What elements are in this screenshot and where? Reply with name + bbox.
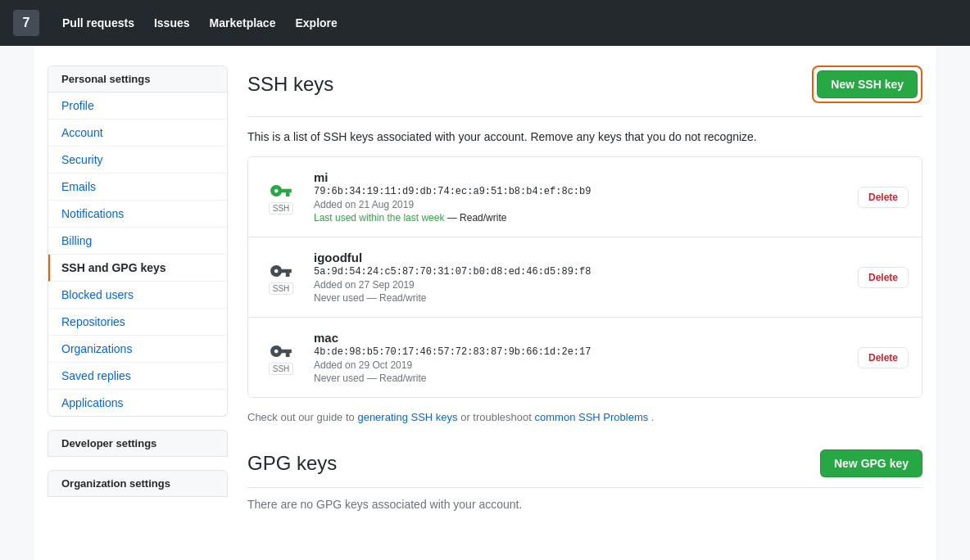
ssh-key-used-suffix-igoodful: — Read/write [367, 292, 427, 304]
ssh-key-icon-wrap-mac: SSH [261, 340, 301, 375]
ssh-key-used-mi: Last used within the last week — Read/wr… [314, 212, 845, 224]
sidebar-item-saved-replies[interactable]: Saved replies [48, 363, 227, 390]
ssh-key-fingerprint-igoodful: 5a:9d:54:24:c5:87:70:31:07:b0:d8:ed:46:d… [314, 266, 845, 278]
ssh-key-fingerprint-mi: 79:6b:34:19:11:d9:db:74:ec:a9:51:b8:b4:e… [314, 186, 845, 197]
ssh-key-used-text-mi: Last used within the last week [314, 212, 444, 224]
ssh-key-item-mi: SSH mi 79:6b:34:19:11:d9:db:74:ec:a9:51:… [248, 157, 922, 237]
issues-link[interactable]: Issues [144, 0, 200, 46]
personal-settings-title: Personal settings [48, 65, 228, 93]
common-ssh-problems-link[interactable]: common SSH Problems [535, 411, 649, 423]
sidebar-item-ssh-gpg[interactable]: SSH and GPG keys [48, 255, 227, 282]
ssh-key-name-mi: mi [314, 170, 845, 184]
ssh-key-icon-wrap-mi: SSH [261, 179, 301, 215]
delete-button-igoodful[interactable]: Delete [858, 267, 909, 288]
key-icon-igoodful [270, 260, 292, 282]
footer-note-suffix: . [651, 411, 655, 423]
ssh-key-used-mac: Never used — Read/write [314, 373, 845, 384]
ssh-key-details-igoodful: igoodful 5a:9d:54:24:c5:87:70:31:07:b0:d… [314, 251, 845, 304]
explore-link[interactable]: Explore [285, 0, 347, 46]
sidebar-item-security[interactable]: Security [48, 147, 227, 174]
ssh-badge-igoodful: SSH [269, 282, 294, 295]
personal-settings-nav: Profile Account Security Emails Notifica… [48, 93, 228, 417]
nav-links: Pull requests Issues Marketplace Explore [52, 0, 347, 46]
ssh-key-used-suffix-mi: — Read/write [447, 212, 507, 224]
new-ssh-button-wrapper: New SSH key [812, 65, 922, 103]
ssh-description: This is a list of SSH keys associated wi… [247, 130, 922, 143]
sidebar-item-billing[interactable]: Billing [48, 228, 227, 255]
ssh-key-used-igoodful: Never used — Read/write [314, 292, 845, 304]
ssh-key-used-text-igoodful: Never used [314, 292, 364, 304]
marketplace-link[interactable]: Marketplace [200, 0, 286, 46]
ssh-key-used-suffix-mac: — Read/write [367, 373, 427, 384]
logo[interactable]: 7 [13, 10, 39, 36]
sidebar-item-applications[interactable]: Applications [48, 390, 227, 416]
delete-button-mac[interactable]: Delete [858, 347, 909, 368]
ssh-key-added-mac: Added on 29 Oct 2019 [314, 359, 845, 371]
new-gpg-button[interactable]: New GPG key [820, 449, 922, 477]
key-icon-mac [270, 340, 292, 363]
sidebar-item-account[interactable]: Account [48, 120, 227, 147]
sidebar-item-repositories[interactable]: Repositories [48, 309, 227, 336]
key-icon-mi [270, 179, 292, 202]
ssh-footer-note: Check out our guide to generating SSH ke… [247, 411, 922, 423]
sidebar-item-emails[interactable]: Emails [48, 174, 227, 201]
sidebar: Personal settings Profile Account Securi… [48, 65, 228, 540]
ssh-badge-mac: SSH [269, 363, 294, 375]
ssh-key-name-mac: mac [314, 331, 845, 345]
new-ssh-button[interactable]: New SSH key [817, 70, 918, 98]
ssh-key-added-igoodful: Added on 27 Sep 2019 [314, 279, 845, 291]
ssh-key-used-text-mac: Never used [314, 373, 364, 384]
ssh-key-name-igoodful: igoodful [314, 251, 845, 264]
delete-button-mi[interactable]: Delete [858, 187, 909, 208]
ssh-key-details-mi: mi 79:6b:34:19:11:d9:db:74:ec:a9:51:b8:b… [314, 170, 845, 224]
footer-note-middle: or troubleshoot [460, 411, 534, 423]
main-content: SSH keys New SSH key This is a list of S… [247, 65, 922, 540]
organization-settings-title[interactable]: Organization settings [48, 470, 228, 497]
ssh-key-details-mac: mac 4b:de:98:b5:70:17:46:57:72:83:87:9b:… [314, 331, 845, 384]
ssh-key-icon-wrap-igoodful: SSH [261, 260, 301, 295]
sidebar-item-notifications[interactable]: Notifications [48, 201, 227, 228]
pull-requests-link[interactable]: Pull requests [52, 0, 144, 46]
ssh-key-item-igoodful: SSH igoodful 5a:9d:54:24:c5:87:70:31:07:… [248, 237, 922, 318]
sidebar-item-blocked-users[interactable]: Blocked users [48, 282, 227, 309]
ssh-key-fingerprint-mac: 4b:de:98:b5:70:17:46:57:72:83:87:9b:66:1… [314, 346, 845, 358]
generating-ssh-keys-link[interactable]: generating SSH keys [357, 411, 457, 423]
top-navigation: 7 Pull requests Issues Marketplace Explo… [0, 0, 970, 46]
ssh-title: SSH keys [247, 73, 333, 96]
logo-label: 7 [23, 16, 30, 30]
footer-note-prefix: Check out our guide to [247, 411, 357, 423]
ssh-section-header: SSH keys New SSH key [247, 65, 922, 117]
developer-settings-title[interactable]: Developer settings [48, 430, 228, 457]
ssh-keys-list: SSH mi 79:6b:34:19:11:d9:db:74:ec:a9:51:… [247, 156, 922, 398]
sidebar-item-profile[interactable]: Profile [48, 93, 227, 120]
page-layout: Personal settings Profile Account Securi… [34, 46, 936, 560]
ssh-key-added-mi: Added on 21 Aug 2019 [314, 199, 845, 210]
gpg-description: There are no GPG keys associated with yo… [247, 498, 922, 511]
gpg-section-header: GPG keys New GPG key [247, 449, 922, 488]
sidebar-item-organizations[interactable]: Organizations [48, 336, 227, 363]
ssh-badge-mi: SSH [269, 202, 294, 215]
gpg-title: GPG keys [247, 452, 337, 475]
ssh-key-item-mac: SSH mac 4b:de:98:b5:70:17:46:57:72:83:87… [248, 318, 922, 397]
